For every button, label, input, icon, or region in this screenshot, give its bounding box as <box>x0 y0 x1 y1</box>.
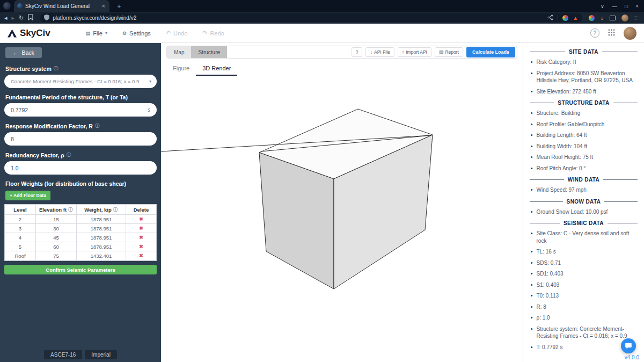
site-shield-icon[interactable] <box>44 15 49 21</box>
browser-avatar[interactable] <box>621 15 628 21</box>
redundancy-input[interactable] <box>11 165 150 171</box>
data-item: Roof Pitch Angle: 0 ° <box>531 165 639 172</box>
extension-icon[interactable] <box>562 15 568 21</box>
nav-forward-icon[interactable]: ▸ <box>12 15 15 21</box>
toolbar-help-button[interactable]: ? <box>352 47 363 57</box>
browser-menu-icon[interactable]: ≡ <box>634 15 638 21</box>
undo-button[interactable]: ↶ Undo <box>166 30 188 37</box>
add-floor-data-button[interactable]: + Add Floor Data <box>5 191 50 200</box>
brave-shield-icon[interactable]: ▲ <box>573 15 578 21</box>
api-file-button[interactable]: ↓ API File <box>365 47 394 57</box>
calculate-loads-button[interactable]: Calculate Loads <box>466 47 515 57</box>
report-button[interactable]: ▤ Report <box>435 47 463 57</box>
floor-elevation-cell[interactable]: 30 <box>36 224 77 233</box>
data-item: ρ: 1.0 <box>531 314 639 322</box>
window-minimize-icon[interactable]: — <box>612 3 617 9</box>
browser-logo-icon[interactable] <box>3 2 11 10</box>
nav-refresh-icon[interactable]: ↻ <box>19 15 24 21</box>
redundancy-field-wrap <box>4 161 157 175</box>
tab-map[interactable]: Map <box>167 46 191 58</box>
floor-weight-cell[interactable]: 1878.951 <box>77 215 126 224</box>
response-factor-input[interactable] <box>11 136 150 142</box>
tab-close-icon[interactable]: × <box>101 3 106 9</box>
url-bar[interactable]: platform.skyciv.com/design/wind/v2 ▲ <box>40 13 582 22</box>
profile-badge-icon[interactable] <box>589 15 595 21</box>
data-item: T0: 0.113 <box>531 292 639 300</box>
delete-row-icon[interactable]: ✖ <box>139 244 143 249</box>
building-3d-render[interactable] <box>161 43 523 362</box>
tab-search-icon[interactable]: ∨ <box>601 3 604 9</box>
floor-delete-cell: ✖ <box>126 215 156 224</box>
section-heading-seismic: SEISMIC DATA <box>530 220 638 226</box>
delete-row-icon[interactable]: ✖ <box>139 216 143 222</box>
tab-3d-render[interactable]: 3D Render <box>196 63 237 76</box>
main-canvas: Map Structure ? ↓ API File ↑ Import API … <box>161 43 523 362</box>
floor-delete-cell: ✖ <box>126 251 156 260</box>
period-field-wrap: s <box>4 103 157 117</box>
floor-weight-cell[interactable]: 1878.951 <box>77 224 126 233</box>
confirm-seismic-parameters-button[interactable]: Confirm Seismic Parameters <box>4 265 157 274</box>
url-text[interactable]: platform.skyciv.com/design/wind/v2 <box>53 15 544 21</box>
delete-row-icon[interactable]: ✖ <box>139 253 143 258</box>
floor-elevation-cell[interactable]: 75 <box>36 251 77 260</box>
floor-level-cell[interactable]: 2 <box>5 215 36 224</box>
info-icon[interactable]: ⓘ <box>95 122 100 129</box>
data-summary-panel: SITE DATA Risk Category: II Project Addr… <box>523 43 644 362</box>
tab-favicon-icon <box>17 3 23 9</box>
file-menu[interactable]: ▤ File ▾ <box>86 30 107 37</box>
floor-elevation-cell[interactable]: 60 <box>36 242 77 251</box>
floor-elevation-cell[interactable]: 45 <box>36 233 77 242</box>
design-code-button[interactable]: ASCE7-16 <box>44 350 82 359</box>
delete-row-icon[interactable]: ✖ <box>139 235 143 240</box>
settings-menu[interactable]: ⚙ Settings <box>122 30 151 37</box>
import-api-button[interactable]: ↑ Import API <box>398 47 431 57</box>
nav-back-icon[interactable]: ◂ <box>4 15 8 21</box>
tab-figure[interactable]: Figure <box>166 63 196 76</box>
floor-weights-table: Level Elevation ftⓘ Weight, kipⓘ Delete … <box>4 204 157 261</box>
info-icon[interactable]: ⓘ <box>67 151 71 158</box>
upload-icon: ↑ <box>402 49 405 55</box>
floor-elevation-cell[interactable]: 15 <box>36 215 77 224</box>
file-menu-label: File <box>93 30 103 37</box>
floor-level-cell[interactable]: 5 <box>5 242 36 251</box>
delete-row-icon[interactable]: ✖ <box>139 226 143 231</box>
col-header-level: Level <box>5 205 36 215</box>
data-item: SD1: 0.403 <box>531 270 639 278</box>
back-button[interactable]: ← Back <box>5 47 42 58</box>
share-icon[interactable] <box>547 15 553 21</box>
chat-button[interactable] <box>621 338 636 353</box>
apps-grid-icon[interactable] <box>608 28 615 38</box>
floor-weight-cell[interactable]: 1878.951 <box>77 242 126 251</box>
user-avatar[interactable] <box>624 27 636 40</box>
help-button[interactable]: ? <box>590 28 599 38</box>
file-icon: ▤ <box>86 31 91 36</box>
info-icon[interactable]: ⓘ <box>113 206 118 213</box>
back-arrow-icon: ← <box>13 49 19 56</box>
api-file-label: API File <box>374 49 390 55</box>
window-close-icon[interactable]: × <box>635 3 639 9</box>
floor-level-cell[interactable]: 3 <box>5 224 36 233</box>
units-button[interactable]: Imperial <box>85 350 117 359</box>
period-input[interactable] <box>11 107 148 113</box>
browser-tab[interactable]: SkyCiv Wind Load General × <box>14 0 109 12</box>
data-item: Building Width: 104 ft <box>531 143 639 150</box>
downloads-icon[interactable]: ↓ <box>601 15 604 21</box>
info-icon[interactable]: ⓘ <box>54 65 58 72</box>
floor-weight-cell[interactable]: 1878.951 <box>77 233 126 242</box>
skyciv-logo[interactable]: SkyCiv <box>8 28 50 39</box>
info-icon[interactable]: ⓘ <box>68 206 73 213</box>
floor-delete-cell: ✖ <box>126 233 156 242</box>
floor-weight-cell[interactable]: 1432.401 <box>77 251 126 260</box>
section-heading-wind: WIND DATA <box>530 177 638 183</box>
floor-level-cell[interactable]: 4 <box>5 233 36 242</box>
redo-button[interactable]: ↷ Redo <box>202 30 224 37</box>
bookmark-icon[interactable] <box>28 14 33 21</box>
structure-system-select[interactable]: Concrete Moment-Resisting Frames - Ct = … <box>4 75 157 88</box>
tab-structure[interactable]: Structure <box>191 46 227 58</box>
floor-level-cell[interactable]: Roof <box>5 251 36 260</box>
window-maximize-icon[interactable]: □ <box>625 3 628 9</box>
browser-window: SkyCiv Wind Load General × + ∨ — □ × ◂ ▸… <box>0 0 644 362</box>
reading-list-icon[interactable] <box>610 16 616 20</box>
data-item: Site Class: C - Very dense soil and soft… <box>531 230 639 244</box>
new-tab-button[interactable]: + <box>114 2 125 10</box>
